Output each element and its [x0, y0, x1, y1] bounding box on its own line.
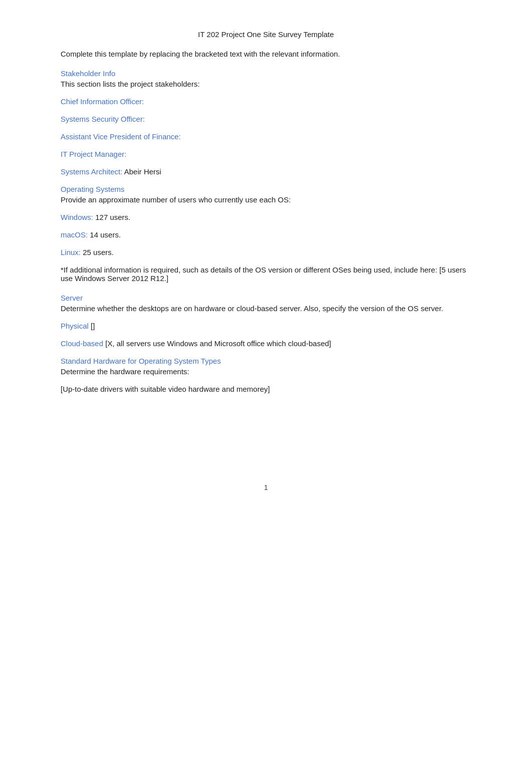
- server-desc: Determine whether the desktops are on ha…: [61, 304, 471, 313]
- os-desc: Provide an approximate number of users w…: [61, 195, 471, 204]
- cio-label: Chief Information Officer:: [61, 97, 144, 106]
- linux-label: Linux:: [61, 248, 81, 256]
- stakeholder-desc: This section lists the project stakehold…: [61, 80, 471, 88]
- sa-value: Abeir Hersi: [124, 167, 161, 176]
- avpf-field: Assistant Vice President of Finance:: [61, 132, 471, 141]
- cloud-value: [X, all servers use Windows and Microsof…: [105, 339, 331, 348]
- cloud-field: Cloud-based [X, all servers use Windows …: [61, 339, 471, 348]
- itpm-field: IT Project Manager:: [61, 150, 471, 158]
- intro-text: Complete this template by replacing the …: [61, 50, 471, 58]
- os-heading: Operating Systems: [61, 185, 471, 193]
- cio-field: Chief Information Officer:: [61, 97, 471, 106]
- linux-value: 25 users.: [83, 248, 114, 256]
- sa-label: Systems Architect:: [61, 167, 122, 176]
- hardware-section: Standard Hardware for Operating System T…: [61, 357, 471, 393]
- macos-field: macOS: 14 users.: [61, 230, 471, 239]
- physical-label: Physical: [61, 322, 89, 330]
- physical-value: []: [91, 322, 95, 330]
- itpm-label: IT Project Manager:: [61, 150, 126, 158]
- sso-field: Systems Security Officer:: [61, 115, 471, 123]
- sso-label: Systems Security Officer:: [61, 115, 145, 123]
- document-title: IT 202 Project One Site Survey Template: [61, 30, 471, 39]
- server-heading: Server: [61, 294, 471, 302]
- macos-value: 14 users.: [90, 230, 121, 239]
- sa-field: Systems Architect: Abeir Hersi: [61, 167, 471, 176]
- windows-field: Windows: 127 users.: [61, 213, 471, 221]
- stakeholder-heading: Stakeholder Info: [61, 69, 471, 78]
- os-section: Operating Systems Provide an approximate…: [61, 185, 471, 283]
- page-number: 1: [61, 483, 471, 491]
- server-section: Server Determine whether the desktops ar…: [61, 294, 471, 348]
- windows-label: Windows:: [61, 213, 93, 221]
- document-page: IT 202 Project One Site Survey Template …: [61, 0, 471, 532]
- physical-field: Physical []: [61, 322, 471, 330]
- cloud-label: Cloud-based: [61, 339, 103, 348]
- macos-label: macOS:: [61, 230, 88, 239]
- windows-value: 127 users.: [95, 213, 130, 221]
- hardware-desc: Determine the hardware requirements:: [61, 367, 471, 376]
- stakeholder-section: Stakeholder Info This section lists the …: [61, 69, 471, 176]
- hardware-content: [Up-to-date drivers with suitable video …: [61, 385, 471, 393]
- os-note: *If additional information is required, …: [61, 266, 471, 283]
- avpf-label: Assistant Vice President of Finance:: [61, 132, 181, 141]
- linux-field: Linux: 25 users.: [61, 248, 471, 256]
- hardware-heading: Standard Hardware for Operating System T…: [61, 357, 471, 365]
